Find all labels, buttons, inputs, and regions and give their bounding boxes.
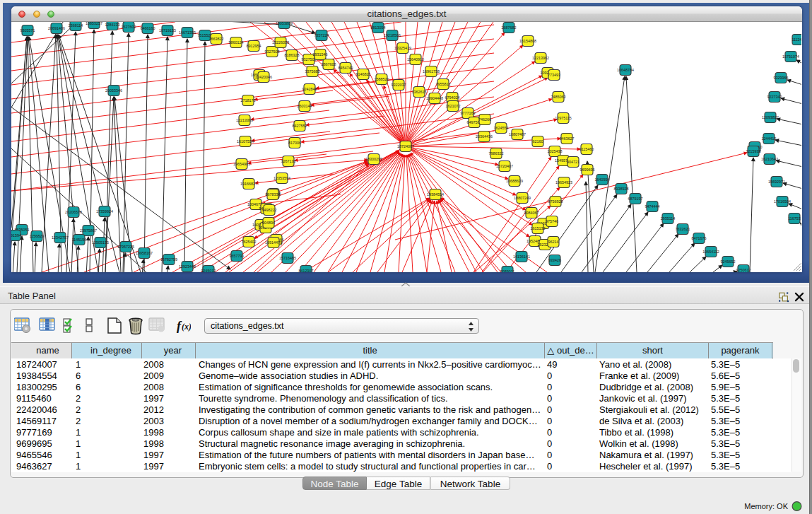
- svg-text:10053809: 10053809: [276, 22, 293, 25]
- svg-text:10688639: 10688639: [506, 179, 523, 183]
- svg-text:2718176: 2718176: [241, 98, 256, 103]
- svg-text:8186328: 8186328: [285, 53, 300, 57]
- svg-text:16107554: 16107554: [237, 139, 254, 144]
- svg-text:1624554: 1624554: [494, 126, 509, 130]
- svg-text:6794024: 6794024: [445, 95, 460, 100]
- svg-text:8678334: 8678334: [266, 192, 281, 197]
- svg-text:1588520: 1588520: [375, 77, 389, 81]
- svg-text:746266: 746266: [478, 117, 491, 122]
- svg-text:1145194: 1145194: [72, 238, 87, 242]
- svg-text:8427552: 8427552: [293, 124, 307, 128]
- svg-text:1156829: 1156829: [30, 234, 45, 238]
- svg-text:12353594: 12353594: [273, 176, 290, 180]
- svg-text:9322037: 9322037: [392, 83, 406, 87]
- svg-text:20053346: 20053346: [105, 88, 122, 93]
- svg-text:15751074: 15751074: [782, 54, 799, 59]
- svg-text:9498222: 9498222: [262, 208, 277, 212]
- svg-text:8912954: 8912954: [247, 44, 261, 48]
- svg-text:817006: 817006: [288, 141, 301, 145]
- svg-text:9860124: 9860124: [229, 40, 244, 45]
- svg-text:9756928: 9756928: [548, 199, 563, 204]
- svg-text:20691406: 20691406: [48, 26, 65, 30]
- svg-text:96214: 96214: [548, 240, 559, 244]
- svg-text:9657791: 9657791: [230, 254, 245, 258]
- svg-text:1025438: 1025438: [548, 149, 563, 153]
- svg-text:12213369: 12213369: [236, 118, 253, 122]
- svg-text:19904448: 19904448: [426, 96, 443, 100]
- svg-text:18807249: 18807249: [514, 196, 531, 200]
- svg-text:2935114: 2935114: [661, 216, 676, 221]
- svg-text:13226058: 13226058: [272, 40, 289, 45]
- svg-text:15692971: 15692971: [768, 180, 785, 184]
- svg-text:16210643: 16210643: [761, 157, 778, 161]
- svg-text:9227342: 9227342: [767, 95, 782, 99]
- svg-text:7632621: 7632621: [676, 227, 690, 231]
- svg-text:111243: 111243: [792, 37, 801, 42]
- svg-text:1621072: 1621072: [446, 104, 461, 108]
- svg-text:9329966: 9329966: [774, 76, 789, 80]
- svg-text:904721: 904721: [567, 160, 579, 164]
- svg-text:23975867: 23975867: [80, 228, 97, 233]
- svg-text:10807487: 10807487: [509, 132, 526, 136]
- svg-text:8938928: 8938928: [614, 187, 629, 191]
- svg-text:12213962: 12213962: [532, 56, 549, 60]
- svg-text:10648784: 10648784: [617, 68, 634, 72]
- svg-text:12093822: 12093822: [762, 115, 779, 119]
- svg-text:19654923: 19654923: [555, 180, 572, 185]
- svg-text:1284133: 1284133: [105, 23, 120, 27]
- svg-text:9245012: 9245012: [201, 269, 216, 272]
- svg-text:13325419: 13325419: [394, 46, 411, 50]
- svg-text:9474444: 9474444: [645, 204, 660, 209]
- svg-text:1615132: 1615132: [531, 226, 546, 230]
- svg-text:9699695: 9699695: [580, 168, 595, 172]
- svg-text:773493: 773493: [548, 73, 560, 77]
- svg-text:3267130: 3267130: [281, 159, 296, 163]
- svg-text:20364436: 20364436: [476, 134, 493, 139]
- svg-text:16914479: 16914479: [265, 240, 282, 245]
- svg-text:9327508: 9327508: [265, 49, 280, 54]
- svg-text:904894: 904894: [262, 221, 275, 225]
- svg-text:15716485: 15716485: [279, 256, 296, 260]
- svg-text:7357224: 7357224: [314, 33, 329, 37]
- svg-text:2931546: 2931546: [313, 52, 328, 57]
- svg-text:9777169: 9777169: [461, 111, 476, 115]
- svg-text:10719155: 10719155: [159, 28, 176, 33]
- svg-text:9327508: 9327508: [302, 57, 317, 62]
- svg-text:9089011: 9089011: [500, 269, 515, 272]
- svg-text:16671355: 16671355: [179, 30, 196, 35]
- svg-text:116753: 116753: [788, 216, 801, 221]
- svg-text:18724007: 18724007: [397, 144, 414, 148]
- svg-text:10654112: 10654112: [702, 250, 719, 254]
- svg-text:2603144: 2603144: [298, 104, 312, 108]
- svg-text:62160: 62160: [533, 139, 543, 144]
- svg-text:3375685: 3375685: [305, 69, 320, 74]
- svg-text:9463627: 9463627: [560, 136, 575, 141]
- svg-text:3215933: 3215933: [746, 149, 761, 153]
- svg-text:6466160: 6466160: [141, 26, 155, 30]
- svg-text:19654983: 19654983: [233, 162, 250, 166]
- svg-text:391594: 391594: [11, 233, 21, 238]
- svg-text:9305571: 9305571: [20, 28, 35, 33]
- svg-text:8412907: 8412907: [299, 269, 314, 272]
- svg-text:1527602: 1527602: [122, 25, 136, 29]
- svg-text:1244415: 1244415: [762, 136, 777, 141]
- svg-text:1362615: 1362615: [412, 90, 427, 94]
- svg-text:7485063: 7485063: [551, 95, 566, 99]
- svg-text:17957225: 17957225: [117, 245, 134, 249]
- svg-text:12923448: 12923448: [179, 264, 196, 269]
- svg-text:7663822: 7663822: [209, 37, 224, 41]
- svg-text:12975115: 12975115: [555, 116, 572, 120]
- svg-text:6879197: 6879197: [628, 197, 643, 201]
- svg-text:9115460: 9115460: [579, 147, 594, 151]
- svg-text:19958167: 19958167: [136, 251, 153, 255]
- svg-text:17359924: 17359924: [96, 209, 113, 214]
- svg-text:9242848: 9242848: [302, 87, 317, 91]
- svg-text:15640910: 15640910: [407, 57, 424, 62]
- svg-text:933426: 933426: [548, 258, 561, 262]
- svg-text:7625402: 7625402: [242, 240, 257, 244]
- svg-text:18300295: 18300295: [365, 157, 382, 161]
- svg-text:2867608: 2867608: [322, 62, 336, 66]
- svg-text:2368114: 2368114: [69, 23, 83, 28]
- svg-text:16782759: 16782759: [160, 257, 177, 262]
- svg-text:16154808: 16154808: [519, 39, 536, 43]
